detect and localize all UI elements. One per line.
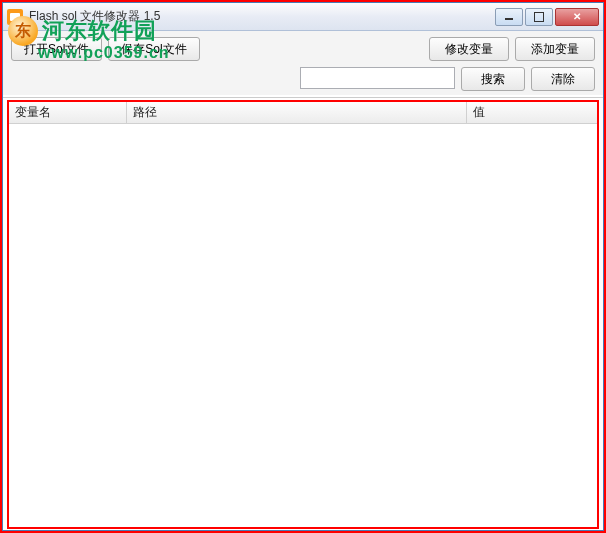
close-button[interactable] (555, 8, 599, 26)
maximize-button[interactable] (525, 8, 553, 26)
table-header: 变量名 路径 值 (9, 102, 597, 124)
column-header-path[interactable]: 路径 (127, 102, 467, 123)
search-input[interactable] (300, 67, 455, 89)
variables-table: 变量名 路径 值 (7, 100, 599, 529)
window-title: Flash sol 文件修改器 1.5 (29, 8, 495, 25)
toolbar: 打开Sol文件 保存Sol文件 修改变量 添加变量 搜索 清除 (3, 31, 603, 95)
add-variable-button[interactable]: 添加变量 (515, 37, 595, 61)
divider (3, 97, 603, 98)
column-header-name[interactable]: 变量名 (9, 102, 127, 123)
open-sol-button[interactable]: 打开Sol文件 (11, 37, 102, 61)
column-header-value[interactable]: 值 (467, 102, 597, 123)
table-body[interactable] (9, 124, 597, 527)
app-icon (7, 9, 23, 25)
toolbar-row-2: 搜索 清除 (11, 67, 595, 91)
window-controls (495, 8, 599, 26)
titlebar[interactable]: Flash sol 文件修改器 1.5 (3, 3, 603, 31)
spacer (206, 37, 423, 61)
toolbar-row-1: 打开Sol文件 保存Sol文件 修改变量 添加变量 (11, 37, 595, 61)
clear-button[interactable]: 清除 (531, 67, 595, 91)
app-window: Flash sol 文件修改器 1.5 打开Sol文件 保存Sol文件 修改变量… (2, 2, 604, 531)
save-sol-button[interactable]: 保存Sol文件 (108, 37, 199, 61)
search-button[interactable]: 搜索 (461, 67, 525, 91)
modify-variable-button[interactable]: 修改变量 (429, 37, 509, 61)
minimize-button[interactable] (495, 8, 523, 26)
